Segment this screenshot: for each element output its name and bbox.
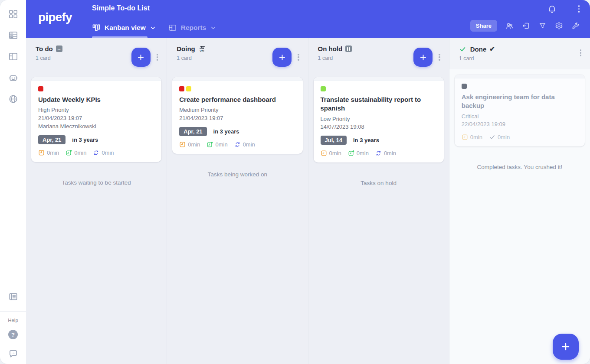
column-doing: Doing ON! 1 card: [167, 38, 308, 364]
tab-kanban-label: Kanban view: [105, 24, 146, 32]
share-button[interactable]: Share: [470, 20, 497, 32]
pause-emoji: [345, 46, 352, 52]
globe-icon[interactable]: [8, 94, 18, 104]
column-menu-button[interactable]: [578, 48, 583, 58]
column-title: To do: [36, 45, 53, 52]
card-strip: [31, 77, 161, 81]
card-title: Translate sustainability report to spani…: [321, 95, 437, 113]
reports-icon: [168, 23, 177, 32]
bell-icon[interactable]: [547, 4, 557, 13]
stage-time-value: 0min: [329, 150, 341, 156]
column-title: Done: [470, 46, 487, 53]
column-done: Done ✔ 1 card Ask engineering t: [449, 38, 590, 364]
stage-time-icon: [38, 150, 45, 156]
due-date-badge: Jul, 14: [321, 136, 347, 145]
stage-time-icon: [179, 141, 186, 148]
filter-icon[interactable]: [538, 22, 547, 30]
robot-icon[interactable]: [8, 73, 18, 83]
card-label: [462, 84, 467, 89]
total-time-icon: [348, 150, 354, 156]
due-relative-text: in 3 years: [353, 137, 379, 143]
card-title: Ask engineering team for data backup: [462, 93, 578, 110]
card-title: Create performance dashboard: [179, 95, 295, 104]
card-datetime: 21/04/2023 19:07: [38, 114, 154, 123]
stage-time-icon: [462, 134, 468, 140]
database-icon[interactable]: [8, 30, 18, 40]
apps-grid-icon[interactable]: [8, 9, 18, 19]
card-priority: Low Priority: [321, 115, 437, 124]
pipe-title: Simple To-do List: [92, 4, 150, 12]
add-card-button[interactable]: [413, 48, 433, 67]
card-strip: [455, 75, 585, 78]
add-card-button[interactable]: [272, 48, 292, 67]
column-menu-button[interactable]: [155, 52, 160, 62]
column-menu-button[interactable]: [296, 52, 301, 62]
help-icon[interactable]: ?: [8, 330, 18, 339]
cycle-time-value: 0min: [384, 150, 396, 156]
automation-icon[interactable]: [571, 22, 580, 30]
news-icon[interactable]: [8, 292, 18, 302]
total-time-icon: [206, 141, 213, 148]
cycle-time-value: 0min: [243, 141, 255, 148]
sidebar-divider: [0, 311, 26, 312]
pipefy-logo[interactable]: pipefy: [38, 10, 72, 24]
card-strip: [172, 77, 302, 81]
due-relative-text: in 3 years: [213, 128, 239, 135]
card-title: Update Weekly KPIs: [38, 95, 154, 104]
card-priority: Critical: [462, 113, 578, 121]
card[interactable]: Ask engineering team for data backup Cri…: [455, 75, 585, 146]
help-label: Help: [8, 318, 18, 323]
tab-reports[interactable]: Reports: [168, 17, 217, 38]
card-label: [321, 86, 326, 91]
chat-icon[interactable]: [8, 349, 18, 359]
chevron-down-icon: [210, 25, 216, 31]
pipefy-app: Help ? pipefy Simple To-do List Kanban v…: [0, 0, 590, 364]
sidebar: Help ?: [0, 0, 26, 364]
column-card-count: 1 card: [177, 55, 206, 61]
stage-time-icon: [321, 150, 327, 156]
create-card-fab[interactable]: [553, 334, 579, 360]
card-label: [38, 86, 43, 91]
cycle-time-icon: [375, 150, 382, 156]
done-time-value: 0min: [498, 134, 510, 140]
layout-icon[interactable]: [8, 52, 18, 62]
column-title: On hold: [318, 45, 343, 52]
add-card-button[interactable]: [131, 48, 151, 67]
card-assignee: Mariana Miecznikowski: [38, 123, 154, 131]
card[interactable]: Create performance dashboard Medium Prio…: [172, 77, 302, 154]
card-strip: [314, 77, 444, 81]
stage-time-value: 0min: [470, 134, 482, 140]
tab-reports-label: Reports: [181, 24, 206, 32]
view-tabs: Kanban view Reports: [92, 17, 216, 38]
settings-icon[interactable]: [555, 22, 563, 30]
header-actions: Share: [470, 20, 580, 32]
members-icon[interactable]: [505, 22, 514, 30]
column-card-count: 1 card: [318, 55, 352, 61]
cycle-time-icon: [93, 150, 99, 156]
column-card-count: 1 card: [459, 55, 495, 62]
due-date-badge: Apr, 21: [38, 135, 66, 144]
arrow-right-emoji: →: [56, 46, 62, 52]
header: pipefy Simple To-do List Kanban view Rep…: [26, 0, 590, 38]
due-relative-text: in 3 years: [72, 136, 98, 143]
cycle-time-icon: [234, 141, 241, 148]
column-title: Doing: [177, 45, 195, 52]
kebab-menu-icon[interactable]: [577, 4, 582, 13]
card[interactable]: Update Weekly KPIs High Priority 21/04/2…: [31, 77, 161, 162]
done-check-icon: [459, 46, 466, 53]
card-priority: Medium Priority: [179, 106, 295, 114]
card-datetime: 14/07/2023 19:08: [321, 123, 437, 131]
tab-kanban-view[interactable]: Kanban view: [92, 17, 156, 38]
kanban-icon: [92, 23, 101, 32]
total-time-value: 0min: [215, 141, 227, 148]
card-priority: High Priority: [38, 106, 154, 114]
card[interactable]: Translate sustainability report to spani…: [314, 77, 444, 162]
column-menu-button[interactable]: [437, 52, 442, 62]
history-icon[interactable]: [522, 22, 530, 30]
card-label: [186, 86, 191, 91]
column-card-count: 1 card: [36, 55, 62, 61]
kanban-board: To do → 1 card: [26, 38, 590, 364]
cycle-time-value: 0min: [102, 150, 114, 156]
column-on-hold: On hold 1 card: [308, 38, 449, 364]
card-datetime: 22/04/2023 19:09: [462, 120, 578, 129]
